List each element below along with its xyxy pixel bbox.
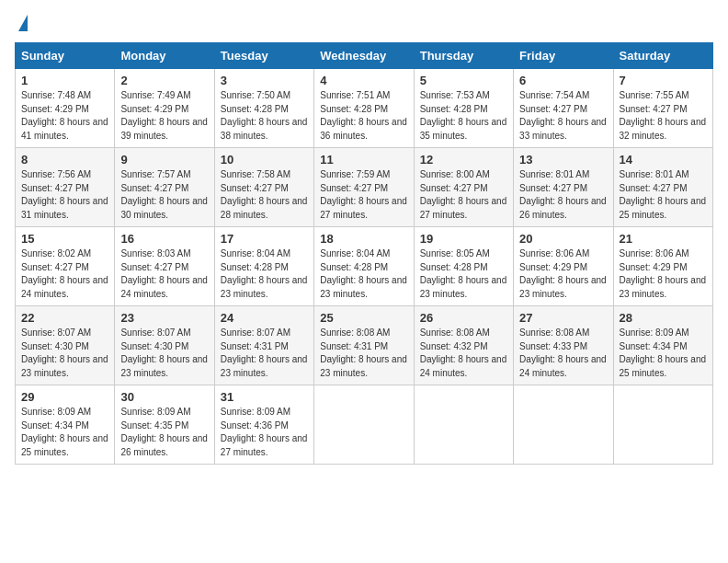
day-number: 31 [221,390,308,404]
day-info: Sunrise: 7:55 AM Sunset: 4:27 PM Dayligh… [620,89,707,143]
day-info: Sunrise: 8:09 AM Sunset: 4:36 PM Dayligh… [221,406,308,459]
calendar-cell [514,385,613,465]
day-number: 18 [320,232,407,246]
calendar-cell: 4 Sunrise: 7:51 AM Sunset: 4:28 PM Dayli… [314,69,414,148]
calendar-cell: 25 Sunrise: 8:08 AM Sunset: 4:31 PM Dayl… [314,306,414,385]
day-info: Sunrise: 8:09 AM Sunset: 4:34 PM Dayligh… [21,406,108,459]
day-number: 15 [21,232,108,246]
day-info: Sunrise: 8:07 AM Sunset: 4:30 PM Dayligh… [21,327,108,380]
calendar-header-tuesday: Tuesday [214,43,313,69]
calendar-week-row: 29 Sunrise: 8:09 AM Sunset: 4:34 PM Dayl… [16,385,713,465]
day-number: 10 [221,153,308,167]
day-number: 25 [320,311,407,325]
day-info: Sunrise: 8:00 AM Sunset: 4:27 PM Dayligh… [420,168,507,222]
day-number: 8 [21,153,108,167]
day-number: 28 [620,311,707,325]
day-number: 16 [120,232,208,246]
day-info: Sunrise: 7:57 AM Sunset: 4:27 PM Dayligh… [120,168,208,222]
day-number: 30 [120,390,208,404]
day-number: 5 [420,74,507,87]
day-number: 21 [620,232,707,246]
day-number: 24 [221,311,308,325]
header [15,15,713,33]
calendar-week-row: 15 Sunrise: 8:02 AM Sunset: 4:27 PM Dayl… [16,227,713,306]
calendar-cell: 13 Sunrise: 8:01 AM Sunset: 4:27 PM Dayl… [514,148,613,227]
calendar-cell: 17 Sunrise: 8:04 AM Sunset: 4:28 PM Dayl… [214,227,313,306]
logo-triangle-icon [18,15,28,31]
calendar-cell: 23 Sunrise: 8:07 AM Sunset: 4:30 PM Dayl… [115,306,214,385]
calendar-cell: 6 Sunrise: 7:54 AM Sunset: 4:27 PM Dayli… [514,69,613,148]
day-number: 12 [420,153,507,167]
calendar-header-monday: Monday [115,43,214,69]
day-info: Sunrise: 8:06 AM Sunset: 4:29 PM Dayligh… [620,247,707,301]
calendar-cell: 10 Sunrise: 7:58 AM Sunset: 4:27 PM Dayl… [214,148,313,227]
day-number: 27 [519,311,607,325]
day-number: 17 [221,232,308,246]
day-number: 19 [420,232,507,246]
day-number: 2 [120,74,208,87]
day-number: 9 [120,153,208,167]
calendar-cell: 12 Sunrise: 8:00 AM Sunset: 4:27 PM Dayl… [414,148,513,227]
day-info: Sunrise: 8:03 AM Sunset: 4:27 PM Dayligh… [120,247,208,301]
calendar-cell: 22 Sunrise: 8:07 AM Sunset: 4:30 PM Dayl… [16,306,115,385]
day-info: Sunrise: 8:01 AM Sunset: 4:27 PM Dayligh… [519,168,607,222]
calendar-cell: 14 Sunrise: 8:01 AM Sunset: 4:27 PM Dayl… [613,148,712,227]
calendar-cell: 19 Sunrise: 8:05 AM Sunset: 4:28 PM Dayl… [414,227,513,306]
calendar-cell: 5 Sunrise: 7:53 AM Sunset: 4:28 PM Dayli… [414,69,513,148]
day-info: Sunrise: 8:07 AM Sunset: 4:31 PM Dayligh… [221,327,308,380]
day-info: Sunrise: 8:08 AM Sunset: 4:32 PM Dayligh… [420,327,507,380]
calendar-header-saturday: Saturday [613,43,712,69]
calendar-cell: 30 Sunrise: 8:09 AM Sunset: 4:35 PM Dayl… [115,385,214,465]
calendar-cell: 2 Sunrise: 7:49 AM Sunset: 4:29 PM Dayli… [115,69,214,148]
calendar-cell: 28 Sunrise: 8:09 AM Sunset: 4:34 PM Dayl… [613,306,712,385]
day-info: Sunrise: 7:51 AM Sunset: 4:28 PM Dayligh… [320,89,407,143]
day-info: Sunrise: 8:05 AM Sunset: 4:28 PM Dayligh… [420,247,507,301]
calendar-cell: 8 Sunrise: 7:56 AM Sunset: 4:27 PM Dayli… [16,148,115,227]
calendar-cell: 16 Sunrise: 8:03 AM Sunset: 4:27 PM Dayl… [115,227,214,306]
day-info: Sunrise: 8:07 AM Sunset: 4:30 PM Dayligh… [120,327,208,380]
calendar-cell: 31 Sunrise: 8:09 AM Sunset: 4:36 PM Dayl… [214,385,313,465]
calendar-cell: 21 Sunrise: 8:06 AM Sunset: 4:29 PM Dayl… [613,227,712,306]
calendar-header-thursday: Thursday [414,43,513,69]
logo [15,15,28,33]
day-info: Sunrise: 8:04 AM Sunset: 4:28 PM Dayligh… [221,247,308,301]
calendar-cell [613,385,712,465]
calendar-cell: 27 Sunrise: 8:08 AM Sunset: 4:33 PM Dayl… [514,306,613,385]
calendar-cell [414,385,513,465]
calendar-header-friday: Friday [514,43,613,69]
calendar-cell: 1 Sunrise: 7:48 AM Sunset: 4:29 PM Dayli… [16,69,115,148]
day-info: Sunrise: 8:02 AM Sunset: 4:27 PM Dayligh… [21,247,108,301]
day-number: 3 [221,74,308,87]
calendar-header-wednesday: Wednesday [314,43,414,69]
calendar-cell: 24 Sunrise: 8:07 AM Sunset: 4:31 PM Dayl… [214,306,313,385]
day-info: Sunrise: 7:50 AM Sunset: 4:28 PM Dayligh… [221,89,308,143]
calendar-header-sunday: Sunday [16,43,115,69]
day-number: 20 [519,232,607,246]
day-info: Sunrise: 7:53 AM Sunset: 4:28 PM Dayligh… [420,89,507,143]
calendar-cell: 11 Sunrise: 7:59 AM Sunset: 4:27 PM Dayl… [314,148,414,227]
calendar-cell: 20 Sunrise: 8:06 AM Sunset: 4:29 PM Dayl… [514,227,613,306]
day-number: 4 [320,74,407,87]
calendar-cell: 7 Sunrise: 7:55 AM Sunset: 4:27 PM Dayli… [613,69,712,148]
calendar-cell: 15 Sunrise: 8:02 AM Sunset: 4:27 PM Dayl… [16,227,115,306]
day-info: Sunrise: 8:01 AM Sunset: 4:27 PM Dayligh… [620,168,707,222]
day-info: Sunrise: 8:08 AM Sunset: 4:31 PM Dayligh… [320,327,407,380]
calendar-week-row: 22 Sunrise: 8:07 AM Sunset: 4:30 PM Dayl… [16,306,713,385]
day-info: Sunrise: 7:54 AM Sunset: 4:27 PM Dayligh… [519,89,607,143]
day-info: Sunrise: 8:08 AM Sunset: 4:33 PM Dayligh… [519,327,607,380]
calendar-cell: 9 Sunrise: 7:57 AM Sunset: 4:27 PM Dayli… [115,148,214,227]
day-info: Sunrise: 8:09 AM Sunset: 4:34 PM Dayligh… [620,327,707,380]
day-info: Sunrise: 7:49 AM Sunset: 4:29 PM Dayligh… [120,89,208,143]
day-info: Sunrise: 7:56 AM Sunset: 4:27 PM Dayligh… [21,168,108,222]
day-info: Sunrise: 8:06 AM Sunset: 4:29 PM Dayligh… [519,247,607,301]
day-number: 22 [21,311,108,325]
day-info: Sunrise: 8:09 AM Sunset: 4:35 PM Dayligh… [120,406,208,459]
day-number: 7 [620,74,707,87]
day-info: Sunrise: 7:48 AM Sunset: 4:29 PM Dayligh… [21,89,108,143]
day-info: Sunrise: 7:58 AM Sunset: 4:27 PM Dayligh… [221,168,308,222]
calendar-cell: 18 Sunrise: 8:04 AM Sunset: 4:28 PM Dayl… [314,227,414,306]
calendar-cell: 3 Sunrise: 7:50 AM Sunset: 4:28 PM Dayli… [214,69,313,148]
day-number: 13 [519,153,607,167]
day-info: Sunrise: 7:59 AM Sunset: 4:27 PM Dayligh… [320,168,407,222]
calendar-cell: 29 Sunrise: 8:09 AM Sunset: 4:34 PM Dayl… [16,385,115,465]
